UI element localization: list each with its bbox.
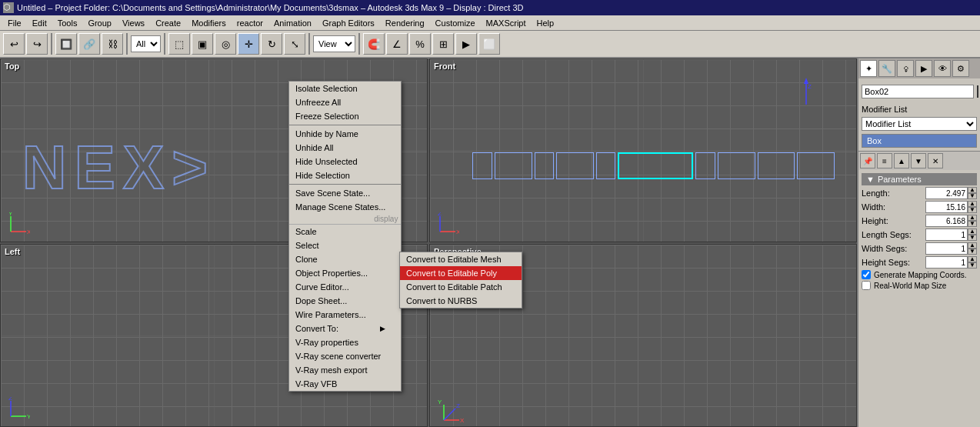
menu-item-create[interactable]: Create <box>151 18 185 28</box>
menu-item-tools[interactable]: Tools <box>53 18 82 28</box>
object-color-swatch[interactable] <box>977 85 978 98</box>
ctx-item-1[interactable]: Unfreeze All <box>289 95 401 109</box>
param-spinner-wsegs-down[interactable]: ▼ <box>968 249 977 255</box>
viewport-front[interactable]: Front Z <box>429 58 857 242</box>
move-btn[interactable]: ✛ <box>238 33 259 55</box>
menu-item-edit[interactable]: Edit <box>28 18 52 28</box>
modifier-list-dropdown[interactable]: Modifier List <box>862 117 977 131</box>
param-input-length[interactable] <box>925 187 968 199</box>
tab-modify[interactable]: 🔧 <box>878 60 895 77</box>
ctx-item-7[interactable]: Hide Selection <box>289 168 401 182</box>
param-input-height[interactable] <box>925 215 968 227</box>
ctx-item-15[interactable]: Object Properties... <box>289 266 401 280</box>
view-dropdown[interactable]: View <box>313 35 355 52</box>
tab-utilities[interactable]: ⚙ <box>952 60 969 77</box>
param-spinner-wsegs: ▲ ▼ <box>968 242 977 255</box>
menu-item-maxscript[interactable]: MAXScript <box>482 18 531 28</box>
ctx-item-17[interactable]: Dope Sheet... <box>289 294 401 308</box>
arrow-down-btn[interactable]: ▼ <box>911 153 926 168</box>
tab-display[interactable]: 👁 <box>934 60 951 77</box>
ctx-item-9[interactable]: Save Scene State... <box>289 186 401 200</box>
redo-btn[interactable]: ↪ <box>26 33 48 55</box>
submenu-item-3[interactable]: Convert to NURBS <box>400 294 522 308</box>
unlink-btn[interactable]: ⛓ <box>102 33 123 55</box>
configure-btn[interactable]: ≡ <box>877 153 892 168</box>
param-row-lsegs: Length Segs: ▲ ▼ <box>862 229 977 241</box>
svg-text:Z: Z <box>8 397 12 402</box>
select-btn[interactable]: ⬚ <box>168 33 190 55</box>
ctx-item-18[interactable]: Wire Parameters... <box>289 308 401 322</box>
checkbox-realworld-label: Real-World Map Size <box>874 282 946 290</box>
spinner-snap-btn[interactable]: ⊞ <box>432 33 454 55</box>
undo-btn[interactable]: ↩ <box>3 33 25 55</box>
checkbox-realworld[interactable] <box>862 281 871 290</box>
ctx-item-5[interactable]: Unhide All <box>289 141 401 155</box>
submenu-item-0[interactable]: Convert to Editable Mesh <box>400 252 522 266</box>
ctx-item-23[interactable]: V-Ray VFB <box>289 377 401 391</box>
ctx-item-12[interactable]: Scale <box>289 225 401 239</box>
ctx-item-21[interactable]: V-Ray scene converter <box>289 349 401 363</box>
select-obj-btn[interactable]: 🔲 <box>55 33 77 55</box>
rect-select-btn[interactable]: ▣ <box>192 33 213 55</box>
param-input-width[interactable] <box>925 201 968 213</box>
submenu-item-2[interactable]: Convert to Editable Patch <box>400 280 522 294</box>
param-spinner-length-down[interactable]: ▼ <box>968 193 977 199</box>
select-filter-dropdown[interactable]: All <box>131 35 161 52</box>
pin-btn[interactable]: 📌 <box>860 153 875 168</box>
menu-item-help[interactable]: Help <box>532 18 559 28</box>
submenu-item-1[interactable]: Convert to Editable Poly <box>400 266 522 280</box>
arrow-up-btn[interactable]: ▲ <box>894 153 909 168</box>
ctx-item-10[interactable]: Manage Scene States... <box>289 200 401 214</box>
svg-text:X: X <box>456 229 459 235</box>
ctx-item-22[interactable]: V-Ray mesh export <box>289 363 401 377</box>
param-input-hsegs[interactable] <box>925 256 968 269</box>
scale-btn[interactable]: ⤡ <box>284 33 305 55</box>
param-spinner-hsegs-down[interactable]: ▼ <box>968 262 977 269</box>
object-name-input[interactable] <box>862 85 974 98</box>
menu-item-animation[interactable]: Animation <box>269 18 316 28</box>
ctx-item-convert[interactable]: Convert To: <box>289 322 401 335</box>
ctx-item-20[interactable]: V-Ray properties <box>289 335 401 349</box>
ctx-item-13[interactable]: Select <box>289 239 401 252</box>
circle-select-btn[interactable]: ◎ <box>215 33 236 55</box>
ctx-item-14[interactable]: Clone <box>289 252 401 266</box>
ctx-separator-3 <box>289 125 401 125</box>
param-spinner-lsegs-down[interactable]: ▼ <box>968 235 977 241</box>
rotate-btn[interactable]: ↻ <box>261 33 282 55</box>
param-input-lsegs[interactable] <box>925 229 968 241</box>
tab-hierarchy[interactable]: ⧬ <box>897 60 914 77</box>
params-header: ▼ Parameters <box>862 173 977 185</box>
angle-btn[interactable]: ∠ <box>386 33 408 55</box>
render-type-btn[interactable]: ⬜ <box>478 33 500 55</box>
menu-item-rendering[interactable]: Rendering <box>381 18 429 28</box>
ctx-item-0[interactable]: Isolate Selection <box>289 82 401 95</box>
menu-item-customize[interactable]: Customize <box>431 18 480 28</box>
tab-motion[interactable]: ▶ <box>915 60 932 77</box>
delete-modifier-btn[interactable]: ✕ <box>928 153 943 168</box>
context-menu: Isolate SelectionUnfreeze AllFreeze Sele… <box>288 81 402 392</box>
menu-item-group[interactable]: Group <box>83 18 116 28</box>
checkbox-mapping[interactable] <box>862 270 871 279</box>
ctx-section-11: display <box>289 214 401 225</box>
checkbox-mapping-label: Generate Mapping Coords. <box>874 271 967 279</box>
render-btn[interactable]: ▶ <box>455 33 477 55</box>
snap-btn[interactable]: 🧲 <box>363 33 385 55</box>
params-collapse-btn[interactable]: ▼ <box>866 175 875 184</box>
percent-btn[interactable]: % <box>409 33 431 55</box>
menu-item-file[interactable]: File <box>3 18 26 28</box>
menu-item-modifiers[interactable]: Modifiers <box>187 18 231 28</box>
ctx-item-2[interactable]: Freeze Selection <box>289 109 401 123</box>
ctx-item-6[interactable]: Hide Unselected <box>289 155 401 168</box>
param-spinner-width-down[interactable]: ▼ <box>968 207 977 213</box>
link-btn[interactable]: 🔗 <box>78 33 100 55</box>
modifier-item-box[interactable]: Box <box>862 134 977 148</box>
param-input-hsegs-group: ▲ ▼ <box>925 256 977 269</box>
menu-item-graph editors[interactable]: Graph Editors <box>318 18 379 28</box>
ctx-item-16[interactable]: Curve Editor... <box>289 280 401 294</box>
menu-item-views[interactable]: Views <box>118 18 149 28</box>
tab-create[interactable]: ✦ <box>860 60 877 77</box>
param-input-wsegs[interactable] <box>925 242 968 255</box>
menu-item-reactor[interactable]: reactor <box>232 18 268 28</box>
ctx-item-4[interactable]: Unhide by Name <box>289 127 401 141</box>
param-spinner-height-down[interactable]: ▼ <box>968 221 977 227</box>
